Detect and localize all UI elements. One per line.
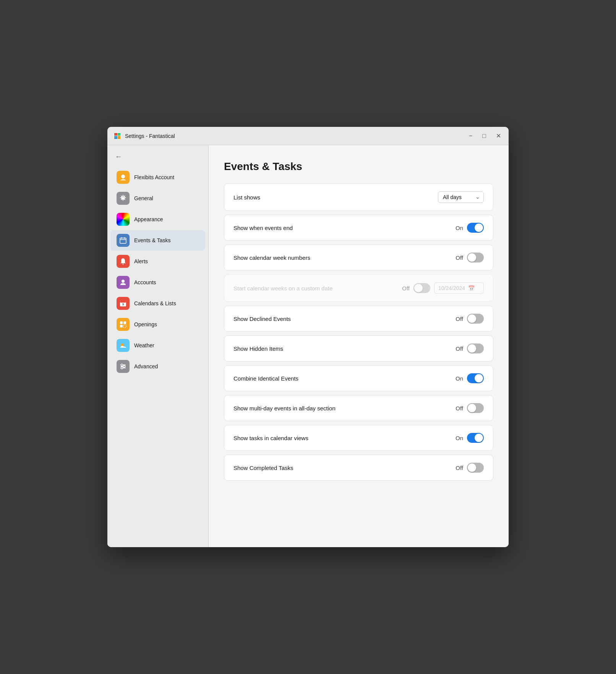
row-list-shows: List showsAll daysToday3 days1 week: [224, 183, 493, 211]
toggle-show-when-events-end[interactable]: [467, 223, 484, 233]
sidebar-item-appearance[interactable]: Appearance: [110, 209, 205, 230]
state-label-show-hidden-items: Off: [456, 345, 463, 352]
sidebar-item-accounts[interactable]: Accounts: [110, 272, 205, 293]
sidebar-item-advanced[interactable]: Advanced: [110, 356, 205, 377]
control-area-show-when-events-end: On: [456, 223, 484, 233]
control-area-show-calendar-week-numbers: Off: [456, 253, 484, 262]
control-area-show-declined-events: Off: [456, 314, 484, 324]
date-field-start-calendar-weeks[interactable]: 10/24/2024📅: [434, 282, 484, 294]
label-show-multi-day: Show multi-day events in all-day section: [233, 405, 336, 412]
state-label-show-declined-events: Off: [456, 316, 463, 322]
dropdown-wrapper-list-shows: All daysToday3 days1 week: [438, 191, 484, 203]
svg-point-20: [121, 364, 123, 366]
sidebar-label-openings: Openings: [134, 321, 157, 327]
openings-icon: [117, 318, 130, 331]
window-controls: − □ ✕: [467, 131, 503, 141]
back-button[interactable]: ←: [107, 150, 132, 164]
toggle-show-calendar-week-numbers[interactable]: [467, 253, 484, 262]
svg-point-22: [121, 367, 123, 369]
control-area-combine-identical-events: On: [456, 373, 484, 383]
label-show-calendar-week-numbers: Show calendar week numbers: [233, 254, 310, 261]
maximize-button[interactable]: □: [481, 131, 488, 141]
close-button[interactable]: ✕: [494, 131, 503, 141]
toggle-show-completed-tasks[interactable]: [467, 463, 484, 473]
sidebar-label-flexibits: Flexibits Account: [134, 174, 174, 180]
svg-point-0: [121, 175, 125, 178]
svg-point-21: [123, 366, 125, 368]
toggle-show-tasks-calendar[interactable]: [467, 433, 484, 443]
row-show-completed-tasks: Show Completed TasksOff: [224, 455, 493, 481]
row-show-when-events-end: Show when events endOn: [224, 215, 493, 241]
minimize-button[interactable]: −: [467, 131, 474, 141]
sidebar-label-weather: Weather: [134, 342, 154, 348]
sidebar-label-general: General: [134, 195, 153, 201]
calendars-lists-icon: 3: [117, 297, 130, 310]
row-combine-identical-events: Combine Identical EventsOn: [224, 365, 493, 391]
app-icon: [113, 132, 121, 140]
row-start-calendar-weeks: Start calendar weeks on a custom dateOff…: [224, 274, 493, 302]
events-tasks-icon: [117, 234, 130, 247]
toggle-show-declined-events[interactable]: [467, 314, 484, 324]
svg-rect-3: [120, 238, 126, 243]
sidebar-item-calendars-lists[interactable]: 3Calendars & Lists: [110, 293, 205, 314]
state-label-combine-identical-events: On: [456, 375, 463, 382]
label-show-completed-tasks: Show Completed Tasks: [233, 465, 293, 471]
state-label-show-when-events-end: On: [456, 225, 463, 231]
toggle-knob-show-calendar-week-numbers: [468, 253, 476, 262]
toggle-knob-show-hidden-items: [468, 344, 476, 353]
toggle-show-multi-day[interactable]: [467, 403, 484, 413]
svg-point-8: [122, 280, 125, 283]
svg-rect-14: [120, 325, 123, 327]
label-start-calendar-weeks: Start calendar weeks on a custom date: [233, 285, 332, 292]
svg-rect-13: [123, 321, 126, 324]
state-label-start-calendar-weeks: Off: [402, 285, 410, 292]
toggle-show-hidden-items[interactable]: [467, 343, 484, 353]
svg-point-7: [123, 264, 124, 265]
state-label-show-tasks-calendar: On: [456, 435, 463, 441]
label-show-hidden-items: Show Hidden Items: [233, 345, 283, 352]
control-area-show-multi-day: Off: [456, 403, 484, 413]
sidebar-label-advanced: Advanced: [134, 363, 158, 369]
label-combine-identical-events: Combine Identical Events: [233, 375, 298, 382]
state-label-show-calendar-week-numbers: Off: [456, 254, 463, 261]
accounts-icon: [117, 276, 130, 289]
toggle-knob-show-multi-day: [468, 404, 476, 412]
row-show-declined-events: Show Declined EventsOff: [224, 306, 493, 332]
toggle-combine-identical-events[interactable]: [467, 373, 484, 383]
window-title: Settings - Fantastical: [125, 133, 467, 139]
control-area-show-tasks-calendar: On: [456, 433, 484, 443]
toggle-knob-combine-identical-events: [475, 374, 483, 382]
state-label-show-multi-day: Off: [456, 405, 463, 412]
sidebar-item-openings[interactable]: Openings: [110, 314, 205, 335]
control-area-show-hidden-items: Off: [456, 343, 484, 353]
sidebar-label-events-tasks: Events & Tasks: [134, 237, 170, 243]
advanced-icon: [117, 360, 130, 373]
dropdown-list-shows[interactable]: All daysToday3 days1 week: [438, 191, 484, 203]
control-area-start-calendar-weeks: Off10/24/2024📅: [402, 282, 484, 294]
label-list-shows: List shows: [233, 194, 260, 201]
weather-icon: [117, 339, 130, 352]
sidebar-item-flexibits[interactable]: Flexibits Account: [110, 167, 205, 188]
toggle-knob-start-calendar-weeks: [414, 284, 423, 292]
main-layout: ← Flexibits AccountGeneralAppearanceEven…: [107, 145, 509, 547]
content-area: Events & Tasks List showsAll daysToday3 …: [209, 145, 509, 547]
toggle-start-calendar-weeks[interactable]: [413, 283, 430, 293]
toggle-knob-show-completed-tasks: [468, 463, 476, 472]
row-show-hidden-items: Show Hidden ItemsOff: [224, 335, 493, 361]
sidebar-label-accounts: Accounts: [134, 279, 156, 285]
row-show-calendar-week-numbers: Show calendar week numbersOff: [224, 245, 493, 271]
appearance-icon: [117, 213, 130, 226]
label-show-declined-events: Show Declined Events: [233, 316, 291, 322]
toggle-knob-show-tasks-calendar: [475, 434, 483, 442]
alerts-icon: [117, 255, 130, 268]
sidebar: ← Flexibits AccountGeneralAppearanceEven…: [107, 145, 209, 547]
sidebar-item-weather[interactable]: Weather: [110, 335, 205, 356]
sidebar-item-alerts[interactable]: Alerts: [110, 251, 205, 272]
sidebar-label-appearance: Appearance: [134, 216, 163, 222]
calendar-icon-start-calendar-weeks: 📅: [468, 285, 475, 291]
sidebar-item-events-tasks[interactable]: Events & Tasks: [110, 230, 205, 251]
sidebar-label-alerts: Alerts: [134, 258, 148, 264]
page-title: Events & Tasks: [224, 160, 493, 173]
sidebar-item-general[interactable]: General: [110, 188, 205, 209]
date-value-start-calendar-weeks: 10/24/2024: [438, 285, 465, 291]
